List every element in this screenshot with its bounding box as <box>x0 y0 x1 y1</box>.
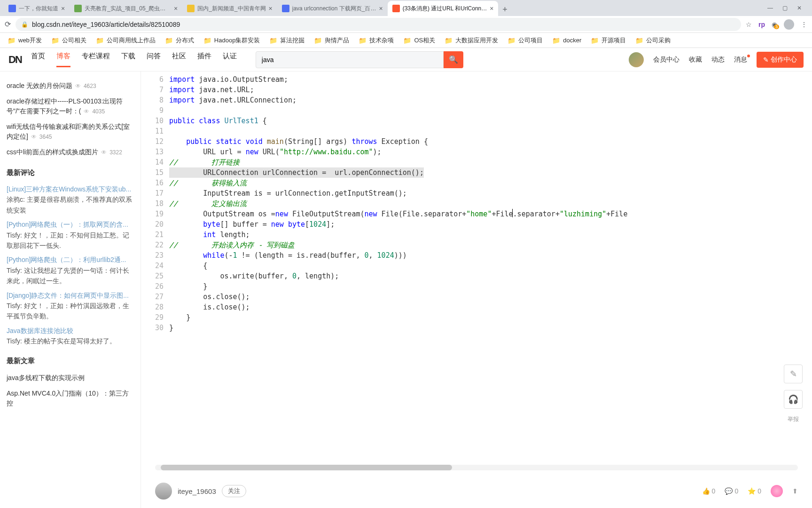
line-number: 7 <box>155 85 164 95</box>
related-article[interactable]: wifi无线信号传输衰减和距离的关系公式[室内定位] 👁3645 <box>7 119 134 144</box>
bookmark-item[interactable]: 📁OS相关 <box>399 36 439 45</box>
favorite-button[interactable]: ⭐0 <box>748 487 761 495</box>
related-article[interactable]: css中li前面点的样式或换成图片 👁3322 <box>7 144 134 160</box>
close-icon[interactable]: × <box>379 5 383 12</box>
comment-link[interactable]: Java数据库连接池比较 <box>7 325 134 336</box>
browser-tab[interactable]: java urlconnection 下载网页_百…× <box>277 1 388 16</box>
right-nav-item[interactable]: 收藏 <box>689 56 702 64</box>
right-nav-item[interactable]: 消息 <box>734 56 747 64</box>
new-tab-button[interactable]: + <box>498 3 511 16</box>
bookmark-item[interactable]: 📁web开发 <box>4 36 46 45</box>
close-icon[interactable]: × <box>61 5 65 12</box>
code-gutter: 6789101112131415161718192021222324252627… <box>155 74 169 333</box>
like-button[interactable]: 👍0 <box>702 487 716 495</box>
bookmark-item[interactable]: 📁技术杂项 <box>355 36 398 45</box>
bookmark-item[interactable]: 📁算法挖掘 <box>265 36 308 45</box>
folder-icon: 📁 <box>508 37 515 44</box>
comment-button[interactable]: 💬0 <box>725 487 738 495</box>
code-line: int length; <box>169 230 627 240</box>
comment-item: [Python]网络爬虫（二）：利用urllib2通...Tisfy: 这让我想… <box>7 253 134 288</box>
profile-icon[interactable] <box>784 19 794 30</box>
menu-icon[interactable]: ⋮ <box>801 21 807 28</box>
bookmark-item[interactable]: 📁公司项目 <box>504 36 547 45</box>
bookmark-item[interactable]: 📁Hadoop集群安装 <box>200 36 264 45</box>
browser-tab[interactable]: 一下，你就知道× <box>4 1 70 16</box>
bookmark-item[interactable]: 📁分布式 <box>161 36 198 45</box>
line-number: 25 <box>155 271 164 281</box>
search-input[interactable] <box>256 51 444 68</box>
nav-item[interactable]: 专栏课程 <box>82 52 110 67</box>
bookmark-item[interactable]: 📁大数据应用开发 <box>441 36 502 45</box>
nav-item[interactable]: 插件 <box>197 52 211 67</box>
pencil-icon: ✎ <box>763 56 769 64</box>
url-field[interactable]: 🔒 blog.csdn.net/iteye_19603/article/deta… <box>16 18 741 31</box>
nav-item[interactable]: 首页 <box>31 52 45 67</box>
user-avatar[interactable] <box>629 52 644 67</box>
nav-item[interactable]: 博客 <box>56 52 70 67</box>
follow-button[interactable]: 关注 <box>222 485 246 497</box>
share-icon[interactable]: ⬆ <box>792 487 798 495</box>
bookmark-star-icon[interactable]: ☆ <box>746 21 752 28</box>
code-line: // 打开链接 <box>169 157 627 167</box>
vip-icon[interactable] <box>771 485 783 497</box>
bookmark-item[interactable]: 📁公司采购 <box>632 36 674 45</box>
scrollbar-thumb[interactable] <box>161 465 452 470</box>
author-avatar[interactable] <box>155 483 172 500</box>
close-window-icon[interactable]: ✕ <box>797 5 802 11</box>
code-body[interactable]: import java.io.OutputStream;import java.… <box>169 74 627 333</box>
reload-icon[interactable]: ⟳ <box>5 20 11 29</box>
line-number: 30 <box>155 323 164 333</box>
extension-badge-icon[interactable]: ◉3 <box>772 21 777 28</box>
bookmark-item[interactable]: 📁开源项目 <box>587 36 630 45</box>
close-icon[interactable]: × <box>269 5 273 12</box>
line-number: 8 <box>155 95 164 105</box>
tab-label: 天亮教育_实战_项目_05_爬虫简… <box>85 5 171 13</box>
search-button[interactable]: 🔍 <box>444 51 463 68</box>
nav-item[interactable]: 下载 <box>121 52 135 67</box>
author-name[interactable]: iteye_19603 <box>178 487 216 495</box>
comment-link[interactable]: [Linux]三种方案在Windows系统下安装ub... <box>7 184 134 194</box>
code-line: public static void main(String[] args) t… <box>169 136 627 147</box>
line-number: 20 <box>155 219 164 230</box>
related-article[interactable]: oracle 无效的月份问题 👁4623 <box>7 78 134 94</box>
comment-item: [Linux]三种方案在Windows系统下安装ub...涂鸦c: 主要是很容易… <box>7 182 134 217</box>
browser-tab[interactable]: 天亮教育_实战_项目_05_爬虫简…× <box>70 1 182 16</box>
csdn-logo[interactable]: DN <box>8 54 22 66</box>
close-icon[interactable]: × <box>490 5 493 12</box>
favicon-icon <box>74 5 82 12</box>
code-line: } <box>169 312 627 323</box>
latest-article[interactable]: Asp.Net MVC4.0入门指南（10）：第三方控 <box>7 386 134 411</box>
nav-item[interactable]: 社区 <box>172 52 186 67</box>
bookmark-item[interactable]: 📁公司相关 <box>47 36 90 45</box>
bookmark-label: 算法挖掘 <box>280 36 304 45</box>
comment-link[interactable]: [Python]网络爬虫（二）：利用urllib2通... <box>7 254 134 265</box>
related-article[interactable]: oracle存储过程中-----PLS-00103:出现符号"/"在需要下列之一… <box>7 94 134 119</box>
nav-item[interactable]: 认证 <box>223 52 237 67</box>
maximize-icon[interactable]: ▢ <box>782 5 788 11</box>
minimize-icon[interactable]: — <box>767 5 773 11</box>
close-icon[interactable]: × <box>174 5 178 12</box>
browser-tab[interactable]: (33条消息) 通过URL 和UrlConn…× <box>388 1 499 16</box>
code-horizontal-scrollbar[interactable] <box>155 465 798 470</box>
browser-tab[interactable]: 国内_新闻频道_中国青年网× <box>182 1 277 16</box>
latest-article[interactable]: java多线程下载的实现示例 <box>7 370 134 386</box>
eye-icon: 👁 <box>75 83 81 89</box>
float-edit-button[interactable]: ✎ <box>784 365 803 383</box>
create-button[interactable]: ✎创作中心 <box>757 52 804 68</box>
float-report-button[interactable]: 举报 <box>788 415 799 423</box>
code-line: os.close(); <box>169 292 627 302</box>
folder-icon: 📁 <box>359 37 367 44</box>
comment-link[interactable]: [Django]静态文件：如何在网页中显示图... <box>7 290 134 301</box>
nav-item[interactable]: 问答 <box>147 52 161 67</box>
right-nav-item[interactable]: 动态 <box>711 56 725 64</box>
line-number: 12 <box>155 136 164 147</box>
bookmark-item[interactable]: 📁docker <box>548 37 585 44</box>
tab-label: java urlconnection 下载网页_百… <box>292 5 376 13</box>
bookmark-item[interactable]: 📁公司商用线上作品 <box>92 36 159 45</box>
bookmark-item[interactable]: 📁舆情产品 <box>310 36 353 45</box>
comment-link[interactable]: [Python]网络爬虫（一）：抓取网页的含... <box>7 219 134 230</box>
code-line: // 开始读入内存 - 写到磁盘 <box>169 240 627 250</box>
extension-axure-icon[interactable]: rp <box>758 21 765 28</box>
right-nav-item[interactable]: 会员中心 <box>653 56 679 64</box>
float-headset-button[interactable]: 🎧 <box>784 390 803 409</box>
